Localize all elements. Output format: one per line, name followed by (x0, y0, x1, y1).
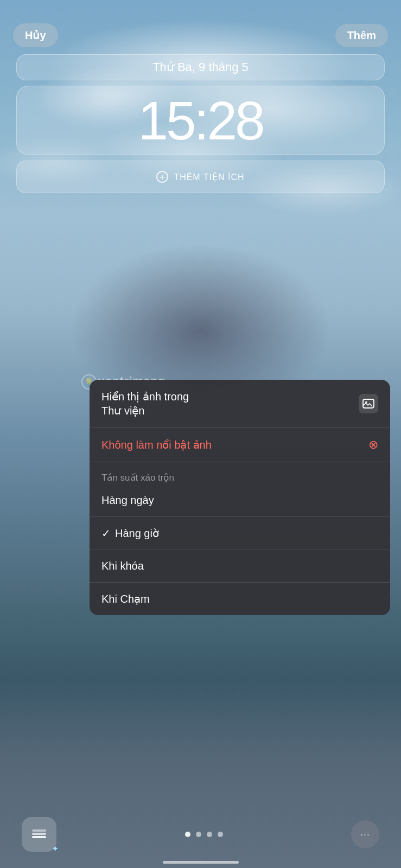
menu-item-on-lock[interactable]: Khi khóa (90, 550, 390, 583)
menu-item-daily[interactable]: Hàng ngày (90, 489, 390, 517)
bottom-bar: ✦ ··· (0, 817, 401, 852)
svg-rect-3 (32, 833, 46, 835)
on-lock-label: Khi khóa (101, 560, 144, 572)
shuffle-freq-header: Tần suất xáo trộn (90, 462, 390, 489)
menu-item-on-tap[interactable]: Khi Chạm (90, 583, 390, 615)
home-indicator (163, 861, 239, 864)
plus-icon: ＋ (156, 171, 168, 183)
hourly-label: Hàng giờ (115, 527, 159, 540)
menu-item-hourly[interactable]: ✓ Hàng giờ (90, 517, 390, 550)
page-dots (185, 832, 223, 837)
daily-label: Hàng ngày (101, 494, 154, 507)
dot-4 (218, 832, 223, 837)
dot-1 (185, 832, 190, 837)
date-widget: Thứ Ba, 9 tháng 5 (16, 54, 385, 80)
customize-button[interactable]: ✦ (22, 817, 56, 852)
menu-item-no-highlight[interactable]: Không làm nổi bật ảnh ⊗ (90, 428, 390, 462)
add-button[interactable]: Thêm (335, 24, 388, 47)
show-library-label: Hiển thị ảnh trongThư viện (101, 390, 189, 418)
more-icon: ··· (360, 829, 370, 840)
top-bar: Hủy Thêm (0, 0, 401, 54)
context-menu: Hiển thị ảnh trongThư viện Không làm nổi… (90, 380, 390, 615)
no-highlight-label: Không làm nổi bật ảnh (101, 438, 212, 451)
dot-2 (196, 832, 201, 837)
cancel-button[interactable]: Hủy (13, 23, 58, 47)
svg-rect-4 (32, 836, 46, 838)
svg-rect-2 (32, 829, 46, 832)
x-circle-icon: ⊗ (368, 438, 378, 452)
photo-icon (359, 394, 378, 413)
menu-item-show-library[interactable]: Hiển thị ảnh trongThư viện (90, 380, 390, 428)
more-button[interactable]: ··· (351, 820, 379, 848)
add-widget-button[interactable]: ＋ THÊM TIỆN ÍCH (16, 161, 385, 193)
stack-icon (30, 825, 48, 844)
on-tap-label: Khi Chạm (101, 592, 150, 605)
widgets-area: Thứ Ba, 9 tháng 5 15:28 ＋ THÊM TIỆN ÍCH (16, 54, 385, 193)
time-widget: 15:28 (16, 86, 385, 155)
checkmark-icon: ✓ (101, 527, 111, 540)
dot-3 (207, 832, 212, 837)
sparkle-icon: ✦ (52, 844, 59, 854)
